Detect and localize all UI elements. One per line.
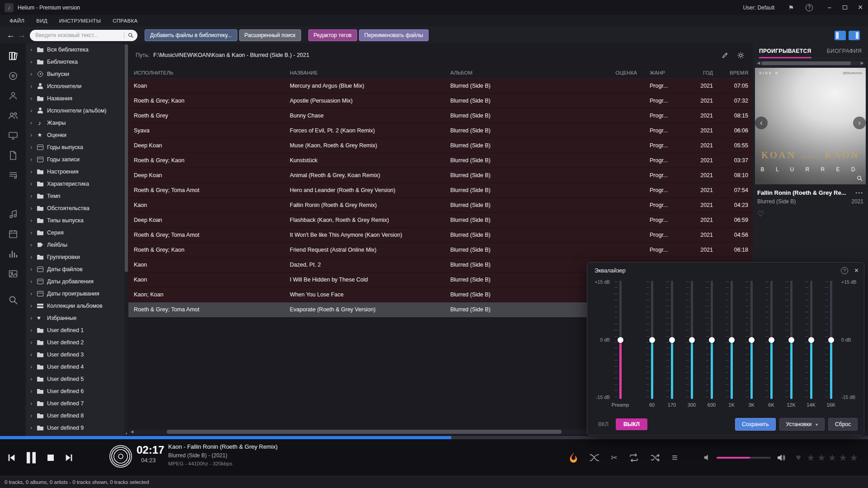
- eq-slider-thumb[interactable]: [749, 337, 755, 343]
- eq-band-slider[interactable]: 170: [666, 281, 678, 399]
- previous-track-button[interactable]: [6, 453, 16, 463]
- eq-band-slider[interactable]: 6K: [765, 281, 777, 399]
- sidebar-tree-item[interactable]: Даты файлов: [26, 263, 128, 275]
- track-heart-icon[interactable]: [796, 452, 801, 463]
- sidebar-tree-item[interactable]: User defined 8: [26, 409, 128, 422]
- expander-chevron-icon[interactable]: [30, 266, 37, 272]
- volume-slider[interactable]: [717, 457, 771, 459]
- back-arrow-icon[interactable]: [5, 30, 16, 40]
- flag-icon[interactable]: [788, 4, 794, 11]
- album-art[interactable]: SIDE B @bluetunes KOAN PRESENTS KAON B L…: [755, 68, 866, 184]
- sidebar-tree-item[interactable]: User defined 7: [26, 397, 128, 409]
- pause-button[interactable]: [25, 451, 37, 465]
- sidebar-tree-item[interactable]: User defined 2: [26, 336, 128, 348]
- expander-chevron-icon[interactable]: [30, 388, 37, 394]
- expander-chevron-icon[interactable]: [30, 107, 37, 114]
- sidebar-tree-item[interactable]: Исполнители: [26, 80, 128, 92]
- expander-chevron-icon[interactable]: [30, 156, 37, 163]
- expander-chevron-icon[interactable]: [30, 327, 37, 333]
- library-icon[interactable]: [8, 51, 19, 61]
- panel-tab[interactable]: БИОГРАФИЯ: [827, 43, 862, 58]
- track-row[interactable]: Roeth & Grey; Kaon Friend Request (Astra…: [128, 243, 753, 258]
- sidebar-tree-item[interactable]: Библиотека: [26, 56, 128, 68]
- seek-bar[interactable]: [0, 436, 868, 439]
- zoom-art-icon[interactable]: [856, 175, 863, 182]
- sidebar-tree-item[interactable]: User defined 6: [26, 385, 128, 397]
- sidebar-tree-item[interactable]: Вся библиотека: [26, 43, 128, 56]
- expander-chevron-icon[interactable]: [30, 302, 37, 309]
- expander-chevron-icon[interactable]: [30, 180, 37, 187]
- expander-chevron-icon[interactable]: [30, 95, 37, 102]
- sidebar-tree-item[interactable]: Выпуски: [26, 68, 128, 80]
- eq-slider-thumb[interactable]: [808, 337, 814, 343]
- shuffle-icon[interactable]: [650, 453, 661, 462]
- expander-chevron-icon[interactable]: [30, 339, 37, 346]
- expander-chevron-icon[interactable]: [30, 192, 37, 199]
- path-value[interactable]: F:\Music\#NEW\KOAN\Koan & Kaon - Blurred…: [153, 52, 309, 58]
- eq-slider-thumb[interactable]: [828, 337, 834, 343]
- art-next-icon[interactable]: [853, 117, 866, 129]
- album-artists-icon[interactable]: [8, 110, 19, 121]
- expander-chevron-icon[interactable]: [30, 253, 37, 260]
- more-options-icon[interactable]: [855, 189, 863, 197]
- eq-slider-thumb[interactable]: [669, 337, 675, 343]
- panel-tab[interactable]: ПРОИГРЫВАЕТСЯ: [759, 43, 811, 58]
- close-button[interactable]: [853, 0, 868, 15]
- expander-chevron-icon[interactable]: [30, 424, 37, 431]
- expander-chevron-icon[interactable]: [30, 168, 37, 175]
- eq-slider-thumb[interactable]: [788, 337, 794, 343]
- mute-speaker-icon[interactable]: [703, 454, 711, 461]
- expander-chevron-icon[interactable]: [30, 278, 37, 285]
- add-files-button[interactable]: Добавить файлы в библиотеку...: [145, 29, 237, 41]
- sidebar-tree-item[interactable]: User defined 9: [26, 422, 128, 434]
- track-row[interactable]: Deep Koan Flashback (Kaon, Roeth & Grey …: [128, 213, 753, 228]
- sidebar-tree-item[interactable]: User defined 3: [26, 348, 128, 361]
- sidebar-tree-item[interactable]: User defined 4: [26, 361, 128, 373]
- expander-chevron-icon[interactable]: [30, 58, 37, 65]
- sidebar-tree-item[interactable]: User defined 5: [26, 373, 128, 385]
- releases-icon[interactable]: [8, 70, 19, 81]
- eq-band-slider[interactable]: 1K: [726, 281, 737, 399]
- search-rail-icon[interactable]: [8, 295, 19, 305]
- eq-band-slider[interactable]: 300: [686, 281, 698, 399]
- track-row[interactable]: Roeth & Grey; Toma Amot Hero and Leander…: [128, 183, 753, 198]
- eq-on-button[interactable]: ВКЛ: [594, 421, 613, 427]
- expander-chevron-icon[interactable]: [30, 70, 37, 77]
- documents-icon[interactable]: [8, 150, 19, 161]
- expander-chevron-icon[interactable]: [30, 241, 37, 248]
- eq-save-button[interactable]: Сохранить: [735, 418, 776, 431]
- menu-item[interactable]: СПРАВКА: [107, 18, 143, 23]
- playlists-icon[interactable]: [8, 170, 19, 181]
- sidebar-tree-item[interactable]: Коллекции альбомов: [26, 300, 128, 312]
- sidebar-tree-item[interactable]: Темп: [26, 190, 128, 202]
- sidebar-tree-item[interactable]: Серия: [26, 226, 128, 239]
- equalizer-close-icon[interactable]: [854, 267, 859, 275]
- expander-chevron-icon[interactable]: [30, 131, 37, 138]
- eq-band-slider[interactable]: 60: [646, 281, 658, 399]
- column-header-year[interactable]: ГОД: [691, 70, 717, 75]
- artist-icon[interactable]: [8, 90, 19, 101]
- menu-item[interactable]: ИНСТРУМЕНТЫ: [53, 18, 107, 23]
- column-header-artist[interactable]: ИСПОЛНИТЕЛЬ: [134, 70, 290, 75]
- sidebar-tree-item[interactable]: Настроения: [26, 165, 128, 178]
- queue-list-icon[interactable]: [672, 452, 678, 464]
- eq-slider-thumb[interactable]: [618, 337, 623, 343]
- eq-presets-button[interactable]: Установки: [779, 418, 825, 431]
- maximize-button[interactable]: [837, 0, 853, 15]
- eq-slider-thumb[interactable]: [709, 337, 715, 343]
- equalizer-help-icon[interactable]: [841, 267, 848, 274]
- next-track-button[interactable]: [64, 453, 74, 463]
- rename-files-button[interactable]: Переименовать файлы: [359, 29, 429, 41]
- devices-icon[interactable]: [8, 130, 19, 141]
- scroll-left-icon[interactable]: [131, 430, 133, 434]
- eq-slider-thumb[interactable]: [769, 337, 774, 343]
- eq-band-slider[interactable]: 12K: [785, 281, 797, 399]
- sidebar-scroll-down-icon[interactable]: [124, 432, 128, 436]
- track-row[interactable]: Roeth & Grey; Kaon Kunststück Blurred (S…: [128, 153, 753, 168]
- forward-arrow-icon[interactable]: [16, 30, 27, 40]
- track-row[interactable]: Roeth & Grey; Toma Amot It Won't Be like…: [128, 228, 753, 243]
- gear-icon[interactable]: [737, 52, 745, 59]
- expander-chevron-icon[interactable]: [30, 351, 37, 358]
- expander-chevron-icon[interactable]: [30, 205, 37, 211]
- expander-chevron-icon[interactable]: [30, 400, 37, 407]
